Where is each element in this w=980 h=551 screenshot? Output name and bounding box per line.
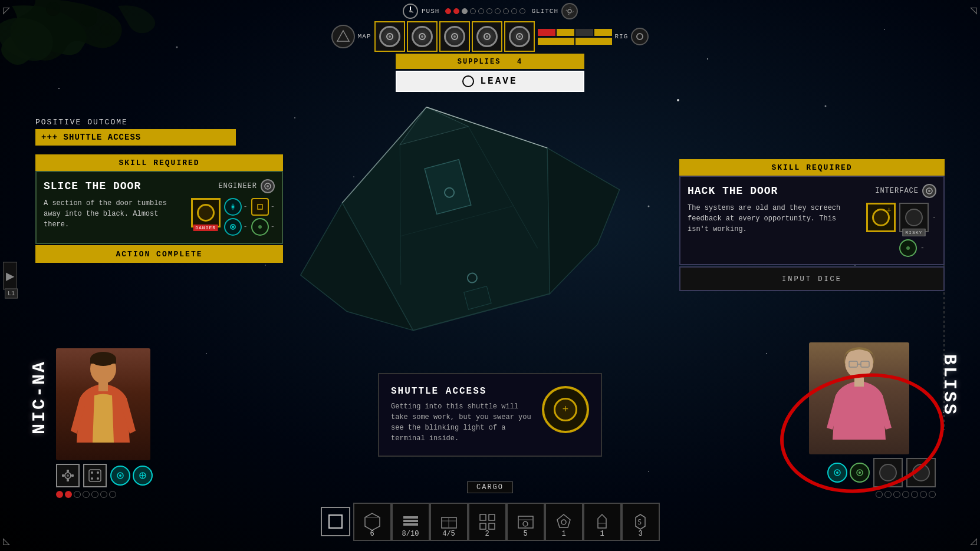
char-portrait-left — [56, 348, 150, 460]
item-count-5: 5 — [523, 530, 527, 538]
char-die-right-2[interactable] — [906, 458, 936, 487]
input-dice-bar[interactable]: INPUT DICE — [679, 266, 945, 291]
char-action-btn-right-2[interactable] — [850, 463, 870, 483]
inv-slot-1[interactable] — [374, 21, 405, 52]
health-dot-4 — [83, 491, 90, 498]
shuttle-popup-title: SHUTTLE ACCESS — [391, 386, 533, 397]
positive-outcome-label: POSITIVE OUTCOME — [35, 118, 283, 127]
dark-die-right[interactable]: RISKY — [899, 203, 929, 232]
interface-icon — [922, 184, 936, 198]
mission-dot-8 — [503, 8, 509, 14]
selected-die-left[interactable]: DANGER — [191, 198, 221, 227]
bottom-item-7[interactable]: 1 — [583, 503, 621, 541]
teal-die-1[interactable] — [224, 198, 242, 216]
leave-icon — [462, 75, 474, 87]
shuttle-wheel[interactable]: + — [542, 386, 589, 433]
mission-dot-7 — [495, 8, 501, 14]
svg-point-46 — [453, 35, 456, 38]
rig-icon[interactable] — [631, 28, 649, 45]
bottom-item-5[interactable]: 5 — [507, 503, 545, 541]
action-card-left[interactable]: SLICE THE DOOR ENGINEER A section of the… — [35, 171, 283, 244]
char-action-btn-2[interactable] — [133, 466, 153, 486]
nav-arrow-left[interactable]: ▶ — [3, 262, 17, 289]
top-row2: MAP — [331, 21, 649, 52]
rig-label[interactable]: RIG — [615, 33, 629, 40]
die-minus-4: - — [271, 223, 275, 231]
action-desc-left: A section of the door tumbles away into … — [44, 198, 185, 236]
mission-dots — [445, 8, 525, 14]
bottom-item-1[interactable]: 6 — [353, 503, 392, 541]
leave-text: LEAVE — [480, 76, 517, 87]
health-seg-4 — [594, 29, 612, 36]
svg-point-42 — [389, 35, 391, 38]
green-die-1[interactable] — [251, 218, 269, 236]
right-dice-row-2: - — [899, 239, 936, 257]
svg-text:S: S — [637, 518, 642, 526]
inv-slot-3[interactable] — [439, 21, 470, 52]
skill-required-text-left: SKILL REQUIRED — [119, 159, 199, 167]
char-left: NIC-NA — [29, 348, 159, 498]
inv-slot-5[interactable] — [504, 21, 535, 52]
item-icon-2 — [400, 512, 421, 532]
green-die-right[interactable] — [899, 239, 917, 257]
svg-rect-70 — [480, 523, 486, 529]
health-seg-1 — [538, 29, 555, 36]
action-card-right[interactable]: HACK THE DOOR INTERFACE The systems are … — [679, 176, 945, 265]
bottom-item-2[interactable]: 8/10 — [392, 503, 430, 541]
health-dot-1 — [56, 491, 63, 498]
svg-point-57 — [258, 225, 262, 229]
health-dot-3 — [74, 491, 81, 498]
char-die-gear[interactable] — [56, 464, 80, 487]
svg-point-90 — [91, 471, 93, 474]
bottom-item-8[interactable]: S 3 — [621, 503, 660, 541]
bottom-square-icon[interactable] — [321, 507, 350, 536]
item-count-1: 6 — [370, 530, 374, 538]
inv-slot-4[interactable] — [472, 21, 502, 52]
svg-point-107 — [859, 471, 861, 474]
svg-rect-69 — [489, 514, 495, 520]
selected-die-right[interactable]: + — [866, 203, 896, 232]
item-count-4: 2 — [485, 530, 489, 538]
svg-point-38 — [409, 10, 412, 12]
svg-point-76 — [561, 520, 566, 524]
item-count-7: 1 — [600, 530, 604, 538]
char-die-dots[interactable] — [83, 464, 107, 487]
inv-slot-2[interactable] — [407, 21, 438, 52]
action-complete-bar[interactable]: ACTION COMPLETE — [35, 245, 283, 263]
settings-icon[interactable] — [561, 3, 578, 19]
health-seg-2 — [557, 29, 574, 36]
bottom-item-4[interactable]: 2 — [468, 503, 507, 541]
shuttle-popup[interactable]: SHUTTLE ACCESS Getting into this shuttle… — [378, 373, 602, 457]
health-dot-2 — [65, 491, 72, 498]
glitch-label[interactable]: GLITCH — [531, 8, 558, 15]
char-action-btn-right-1[interactable] — [827, 463, 847, 483]
l1-badge: L1 — [5, 288, 18, 298]
char-action-btn-1[interactable] — [110, 466, 130, 486]
right-dice-col: RISKY - - — [899, 203, 936, 257]
right-panel: SKILL REQUIRED HACK THE DOOR INTERFACE T… — [679, 159, 945, 291]
dice-column-left: - - — [224, 198, 248, 236]
risky-badge-right: RISKY — [902, 229, 925, 236]
svg-point-59 — [928, 190, 930, 192]
char-name-right: BLISS — [939, 354, 959, 416]
svg-point-92 — [91, 477, 93, 480]
svg-rect-56 — [258, 204, 262, 209]
push-label[interactable]: PUSH — [422, 8, 439, 15]
bottom-item-3[interactable]: 4/5 — [430, 503, 468, 541]
map-label[interactable]: MAP — [358, 33, 371, 40]
wheel-inner: + — [554, 398, 577, 421]
action-icon-2 — [138, 471, 147, 480]
mission-dot-3 — [462, 8, 468, 14]
svg-marker-75 — [557, 514, 570, 527]
bottom-item-6[interactable]: 1 — [545, 503, 583, 541]
map-icon[interactable] — [331, 25, 355, 48]
teal-die-2[interactable] — [224, 218, 242, 236]
svg-point-50 — [518, 35, 521, 38]
health-dot-5 — [91, 491, 98, 498]
yellow-die-1[interactable] — [251, 198, 269, 216]
leave-button[interactable]: LEAVE — [396, 71, 584, 92]
gear-die-icon — [61, 468, 75, 483]
svg-point-48 — [486, 35, 488, 38]
char-die-right[interactable] — [873, 458, 903, 487]
input-dice-text: INPUT DICE — [782, 275, 842, 283]
